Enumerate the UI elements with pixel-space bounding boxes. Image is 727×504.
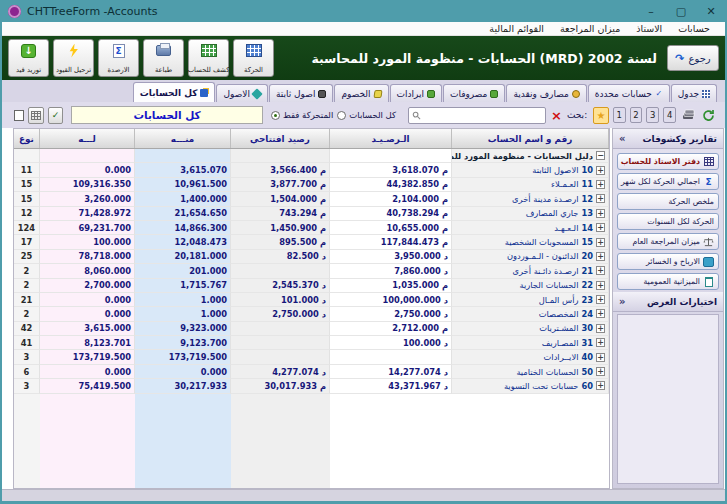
favorite-star-button[interactable]: ★ [593, 107, 609, 124]
sidebar-button[interactable]: ميزان المراجعة العام [617, 233, 719, 250]
display-options-header[interactable]: اختيارات العرض « [613, 292, 723, 312]
sidebar-button[interactable]: دفتر الاستاذ للحساب [617, 153, 719, 170]
table-row-account-23[interactable]: 210.0001.000101.000 دد 100,000.000+23رأس… [14, 293, 609, 307]
account-tree-cell[interactable]: +12ارصـدة مدينة أخرى [452, 192, 609, 206]
expand-icon[interactable]: + [596, 324, 605, 333]
col-header-type[interactable]: نوع [14, 129, 40, 148]
expand-icon[interactable]: + [596, 166, 605, 175]
account-tree-cell[interactable]: +10الاصول الثابتة [452, 163, 609, 177]
expand-icon[interactable]: + [596, 381, 605, 390]
table-row-root[interactable]: −دليل الحسابات - منظومة المورد للمحاسبة [14, 149, 609, 163]
table-row-account-15[interactable]: 17100.00012,048.473895.500 مم 117,844.47… [14, 235, 609, 249]
minimize-button[interactable]: – [643, 5, 659, 18]
grid-view-button[interactable] [28, 107, 44, 124]
toolbar-button[interactable]: طباعة [143, 39, 184, 77]
expand-chevron-icon[interactable]: « [619, 296, 625, 307]
tab-check[interactable]: ✓حسابات محددة [588, 84, 670, 102]
tab-liabilities[interactable]: الخصوم [334, 84, 388, 102]
table-row-account-11[interactable]: 15109,316.35010,961.5003,877.700 مم 44,3… [14, 178, 609, 192]
expand-icon[interactable]: + [596, 281, 605, 290]
apply-button[interactable]: ✓ [48, 107, 64, 124]
tab-banks-cash[interactable]: مصارف ونقدية [506, 84, 586, 102]
table-row-account-12[interactable]: 153,260.0001,400.0001,504.000 مم 2,104.0… [14, 192, 609, 206]
radio-all-accounts[interactable]: كل الحسابات [337, 110, 396, 120]
reports-header[interactable]: تقارير وكشوفات » [613, 129, 723, 149]
account-tree-cell[interactable]: +30المشـتريات [452, 322, 609, 336]
col-header-name[interactable]: رقم و اسم الحساب [452, 129, 609, 148]
menu-item[interactable]: ميزان المراجعة [553, 23, 627, 34]
table-row-account-10[interactable]: 110.0003,615.0703,566.400 مم 3,618.070+1… [14, 163, 609, 177]
menu-item[interactable]: الاستاذ [629, 23, 669, 34]
page-button-3[interactable]: 3 [646, 107, 659, 123]
table-row-account-14[interactable]: 12469,231.70014,866.3001,450.900 مم 10,6… [14, 221, 609, 235]
account-tree-cell[interactable]: +21ارصـدة دائـنة أخرى [452, 264, 609, 278]
account-tree-cell[interactable]: +60حسابات تحت التسوية [452, 379, 609, 393]
toolbar-button[interactable]: الحركة [233, 39, 274, 77]
account-tree-cell[interactable]: +13جاري المصارف [452, 207, 609, 221]
search-input[interactable] [424, 109, 542, 121]
table-row-account-24[interactable]: 20.0001.0002,750.000 دد 2,750.000+24المخ… [14, 307, 609, 321]
sidebar-button[interactable]: ملخص الحركة [617, 193, 719, 210]
expand-icon[interactable]: + [596, 367, 605, 376]
expand-icon[interactable]: + [596, 353, 605, 362]
stack-button[interactable] [680, 107, 696, 124]
close-button[interactable]: ✕ [703, 5, 719, 18]
page-button-4[interactable]: 4 [663, 107, 676, 123]
account-tree-cell[interactable]: +40الايــرادات [452, 350, 609, 364]
account-tree-cell[interactable]: +15المسحوبات الشخصية [452, 235, 609, 249]
col-header-opening[interactable]: رصيد افتتاحي [231, 129, 330, 148]
table-row-account-31[interactable]: 418,123.7019,123.700د 100.000+31المصـاري… [14, 336, 609, 350]
sidebar-button[interactable]: الميزانية العمومية [617, 273, 719, 290]
page-button-2[interactable]: 2 [630, 107, 643, 123]
table-row-account-21[interactable]: 28,060.000201.000د 7,860.000+21ارصـدة دا… [14, 264, 609, 278]
menu-item[interactable]: حسابات [671, 23, 717, 34]
tab-selected-all-accounts[interactable]: كل الحسابات [133, 82, 216, 102]
expand-icon[interactable]: + [596, 266, 605, 275]
filter-checkbox[interactable] [14, 110, 24, 121]
search-box[interactable] [408, 107, 546, 124]
account-tree-cell[interactable]: +50الحسابات الختامية [452, 365, 609, 379]
table-row-account-22[interactable]: 22,700.0001,715.7672,545.370 دم 1,035.00… [14, 279, 609, 293]
expand-icon[interactable]: + [596, 252, 605, 261]
account-tree-cell[interactable]: +14الـعـهـد [452, 221, 609, 235]
toolbar-button[interactable]: ترحيل القيود [53, 39, 94, 77]
refresh-button[interactable] [701, 107, 717, 124]
toolbar-button[interactable]: كشف للحساب [188, 39, 229, 77]
menu-item[interactable]: القوائم المالية [482, 23, 551, 34]
account-tree-cell[interactable]: +23رأس المـال [452, 293, 609, 307]
account-tree-cell[interactable]: +24المخصصات [452, 307, 609, 321]
tab-expenses[interactable]: مصروفات [443, 84, 505, 102]
expand-icon[interactable]: + [596, 238, 605, 247]
expand-icon[interactable]: + [596, 180, 605, 189]
expand-icon[interactable]: + [596, 338, 605, 347]
page-button-1[interactable]: 1 [613, 107, 626, 123]
clear-search-icon[interactable]: × [551, 109, 562, 122]
account-tree-cell[interactable]: +20الدائنون - الـمـوردون [452, 250, 609, 264]
expand-icon[interactable]: + [596, 309, 605, 318]
expand-icon[interactable]: + [596, 194, 605, 203]
tab-table-grid[interactable]: جدول [671, 84, 717, 102]
sidebar-button[interactable]: Σاجمالي الحركة لكل شهر [617, 173, 719, 190]
expand-icon[interactable]: + [596, 223, 605, 232]
table-row-account-50[interactable]: 60.0000.0004,277.074 دد 14,277.074+50الح… [14, 365, 609, 379]
table-row-account-40[interactable]: 3173,719.500173,719.500+40الايــرادات [14, 350, 609, 364]
toolbar-button[interactable]: ↓توريد قيد [8, 39, 49, 77]
maximize-button[interactable]: ▢ [673, 5, 689, 18]
sidebar-button[interactable]: الارباح و الخسائر [617, 253, 719, 270]
radio-moving-only[interactable]: المتحركة فقط [271, 110, 333, 120]
table-row-account-20[interactable]: 2578,718.00020,181.00082.500 دد 3,950.00… [14, 250, 609, 264]
table-row-account-13[interactable]: 1271,428.97221,654.650743.294 مم 40,738.… [14, 207, 609, 221]
collapse-icon[interactable]: − [596, 151, 605, 160]
account-tree-cell[interactable]: −دليل الحسابات - منظومة المورد للمحاسبة [452, 149, 609, 163]
collapse-chevron-icon[interactable]: » [619, 133, 625, 144]
tab-revenues[interactable]: ايرادات [390, 84, 442, 102]
table-row-account-30[interactable]: 423,615.0009,323.000م 2,712.000+30المشـت… [14, 322, 609, 336]
account-tree-cell[interactable]: +11العـمـلاء [452, 178, 609, 192]
table-row-account-60[interactable]: 375,419.50030,217.93330,017.933 مد 43,37… [14, 379, 609, 393]
account-tree-cell[interactable]: +31المصـاريف [452, 336, 609, 350]
col-header-balance[interactable]: الـرصـيـد [330, 129, 452, 148]
back-button[interactable]: ↶ رجوع [667, 45, 719, 71]
col-header-credit[interactable]: لـــه [40, 129, 135, 148]
tab-assets[interactable]: الاصول [216, 84, 267, 102]
expand-icon[interactable]: + [596, 209, 605, 218]
